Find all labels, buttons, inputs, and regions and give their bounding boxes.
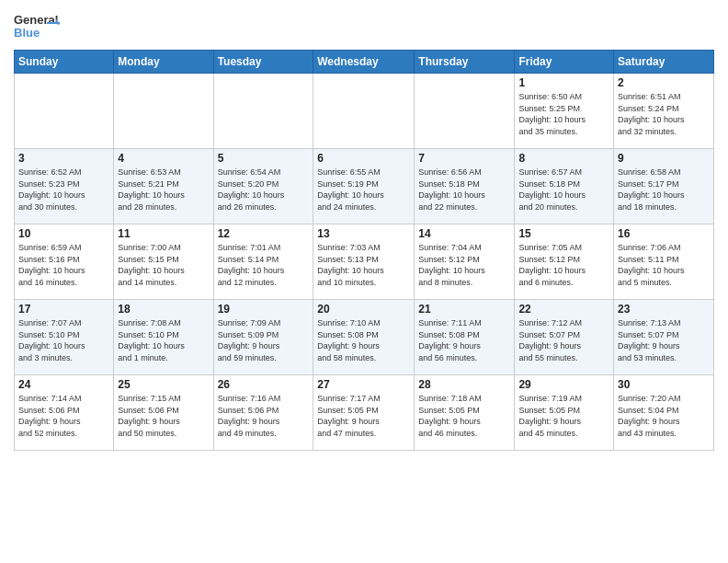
weekday-header-saturday: Saturday bbox=[614, 51, 714, 74]
logo-svg: General Blue bbox=[14, 9, 60, 44]
day-number: 17 bbox=[18, 303, 109, 316]
day-number: 4 bbox=[118, 152, 209, 165]
day-number: 24 bbox=[18, 378, 109, 391]
day-number: 6 bbox=[317, 152, 410, 165]
day-info: Sunrise: 7:19 AM Sunset: 5:05 PM Dayligh… bbox=[518, 393, 609, 439]
day-number: 3 bbox=[18, 152, 109, 165]
calendar-cell: 15Sunrise: 7:05 AM Sunset: 5:12 PM Dayli… bbox=[515, 224, 614, 300]
calendar-cell: 14Sunrise: 7:04 AM Sunset: 5:12 PM Dayli… bbox=[415, 224, 515, 300]
calendar-cell bbox=[114, 74, 213, 149]
week-row-3: 10Sunrise: 6:59 AM Sunset: 5:16 PM Dayli… bbox=[15, 224, 714, 300]
calendar-header-row: SundayMondayTuesdayWednesdayThursdayFrid… bbox=[15, 51, 714, 74]
day-info: Sunrise: 6:57 AM Sunset: 5:18 PM Dayligh… bbox=[518, 167, 609, 213]
day-info: Sunrise: 6:50 AM Sunset: 5:25 PM Dayligh… bbox=[518, 91, 609, 137]
calendar-cell: 24Sunrise: 7:14 AM Sunset: 5:06 PM Dayli… bbox=[15, 375, 114, 451]
day-info: Sunrise: 7:08 AM Sunset: 5:10 PM Dayligh… bbox=[118, 317, 209, 363]
day-info: Sunrise: 7:15 AM Sunset: 5:06 PM Dayligh… bbox=[118, 393, 209, 439]
header: General Blue bbox=[14, 9, 714, 44]
day-info: Sunrise: 6:52 AM Sunset: 5:23 PM Dayligh… bbox=[18, 167, 109, 213]
calendar-cell: 1Sunrise: 6:50 AM Sunset: 5:25 PM Daylig… bbox=[515, 74, 614, 149]
day-number: 26 bbox=[218, 378, 310, 391]
day-info: Sunrise: 7:17 AM Sunset: 5:05 PM Dayligh… bbox=[317, 393, 410, 439]
day-info: Sunrise: 7:04 AM Sunset: 5:12 PM Dayligh… bbox=[418, 242, 510, 288]
day-info: Sunrise: 7:11 AM Sunset: 5:08 PM Dayligh… bbox=[418, 317, 510, 363]
weekday-header-tuesday: Tuesday bbox=[213, 51, 313, 74]
weekday-header-wednesday: Wednesday bbox=[313, 51, 415, 74]
day-number: 7 bbox=[418, 152, 510, 165]
day-number: 12 bbox=[218, 227, 310, 240]
day-info: Sunrise: 7:01 AM Sunset: 5:14 PM Dayligh… bbox=[218, 242, 310, 288]
day-info: Sunrise: 6:51 AM Sunset: 5:24 PM Dayligh… bbox=[618, 91, 710, 137]
day-number: 13 bbox=[317, 227, 410, 240]
calendar-cell: 28Sunrise: 7:18 AM Sunset: 5:05 PM Dayli… bbox=[415, 375, 515, 451]
calendar-cell: 10Sunrise: 6:59 AM Sunset: 5:16 PM Dayli… bbox=[15, 224, 114, 300]
day-number: 11 bbox=[118, 227, 209, 240]
weekday-header-friday: Friday bbox=[515, 51, 614, 74]
calendar-cell: 4Sunrise: 6:53 AM Sunset: 5:21 PM Daylig… bbox=[114, 149, 213, 224]
calendar-cell: 11Sunrise: 7:00 AM Sunset: 5:15 PM Dayli… bbox=[114, 224, 213, 300]
calendar-cell: 17Sunrise: 7:07 AM Sunset: 5:10 PM Dayli… bbox=[15, 300, 114, 375]
day-number: 15 bbox=[518, 227, 609, 240]
calendar-cell: 8Sunrise: 6:57 AM Sunset: 5:18 PM Daylig… bbox=[515, 149, 614, 224]
day-info: Sunrise: 7:07 AM Sunset: 5:10 PM Dayligh… bbox=[18, 317, 109, 363]
calendar-cell: 21Sunrise: 7:11 AM Sunset: 5:08 PM Dayli… bbox=[415, 300, 515, 375]
day-info: Sunrise: 6:56 AM Sunset: 5:18 PM Dayligh… bbox=[418, 167, 510, 213]
day-info: Sunrise: 7:18 AM Sunset: 5:05 PM Dayligh… bbox=[418, 393, 510, 439]
calendar-cell bbox=[313, 74, 415, 149]
day-number: 1 bbox=[518, 76, 609, 89]
calendar-cell: 3Sunrise: 6:52 AM Sunset: 5:23 PM Daylig… bbox=[15, 149, 114, 224]
day-number: 19 bbox=[218, 303, 310, 316]
weekday-header-monday: Monday bbox=[114, 51, 213, 74]
day-info: Sunrise: 6:58 AM Sunset: 5:17 PM Dayligh… bbox=[618, 167, 710, 213]
calendar-cell: 16Sunrise: 7:06 AM Sunset: 5:11 PM Dayli… bbox=[614, 224, 714, 300]
day-number: 23 bbox=[618, 303, 710, 316]
day-info: Sunrise: 7:16 AM Sunset: 5:06 PM Dayligh… bbox=[218, 393, 310, 439]
calendar-cell bbox=[15, 74, 114, 149]
day-info: Sunrise: 6:59 AM Sunset: 5:16 PM Dayligh… bbox=[18, 242, 109, 288]
calendar-cell: 9Sunrise: 6:58 AM Sunset: 5:17 PM Daylig… bbox=[614, 149, 714, 224]
calendar-cell: 22Sunrise: 7:12 AM Sunset: 5:07 PM Dayli… bbox=[515, 300, 614, 375]
day-number: 5 bbox=[218, 152, 310, 165]
day-info: Sunrise: 7:00 AM Sunset: 5:15 PM Dayligh… bbox=[118, 242, 209, 288]
day-number: 16 bbox=[618, 227, 710, 240]
day-number: 10 bbox=[18, 227, 109, 240]
day-info: Sunrise: 7:03 AM Sunset: 5:13 PM Dayligh… bbox=[317, 242, 410, 288]
day-info: Sunrise: 6:54 AM Sunset: 5:20 PM Dayligh… bbox=[218, 167, 310, 213]
svg-text:Blue: Blue bbox=[14, 26, 40, 40]
day-number: 9 bbox=[618, 152, 710, 165]
calendar-cell bbox=[415, 74, 515, 149]
weekday-header-thursday: Thursday bbox=[415, 51, 515, 74]
day-info: Sunrise: 7:06 AM Sunset: 5:11 PM Dayligh… bbox=[618, 242, 710, 288]
day-info: Sunrise: 7:10 AM Sunset: 5:08 PM Dayligh… bbox=[317, 317, 410, 363]
day-info: Sunrise: 7:20 AM Sunset: 5:04 PM Dayligh… bbox=[618, 393, 710, 439]
calendar-cell: 12Sunrise: 7:01 AM Sunset: 5:14 PM Dayli… bbox=[213, 224, 313, 300]
day-number: 18 bbox=[118, 303, 209, 316]
day-info: Sunrise: 7:05 AM Sunset: 5:12 PM Dayligh… bbox=[518, 242, 609, 288]
svg-text:General: General bbox=[14, 13, 58, 27]
week-row-1: 1Sunrise: 6:50 AM Sunset: 5:25 PM Daylig… bbox=[15, 74, 714, 149]
calendar-cell: 13Sunrise: 7:03 AM Sunset: 5:13 PM Dayli… bbox=[313, 224, 415, 300]
calendar-cell: 7Sunrise: 6:56 AM Sunset: 5:18 PM Daylig… bbox=[415, 149, 515, 224]
day-number: 20 bbox=[317, 303, 410, 316]
calendar-table: SundayMondayTuesdayWednesdayThursdayFrid… bbox=[14, 50, 714, 451]
calendar-cell: 5Sunrise: 6:54 AM Sunset: 5:20 PM Daylig… bbox=[213, 149, 313, 224]
day-info: Sunrise: 7:14 AM Sunset: 5:06 PM Dayligh… bbox=[18, 393, 109, 439]
day-number: 28 bbox=[418, 378, 510, 391]
calendar-cell: 26Sunrise: 7:16 AM Sunset: 5:06 PM Dayli… bbox=[213, 375, 313, 451]
day-info: Sunrise: 7:13 AM Sunset: 5:07 PM Dayligh… bbox=[618, 317, 710, 363]
calendar-cell: 2Sunrise: 6:51 AM Sunset: 5:24 PM Daylig… bbox=[614, 74, 714, 149]
day-number: 22 bbox=[518, 303, 609, 316]
day-number: 27 bbox=[317, 378, 410, 391]
day-info: Sunrise: 7:09 AM Sunset: 5:09 PM Dayligh… bbox=[218, 317, 310, 363]
calendar-cell: 27Sunrise: 7:17 AM Sunset: 5:05 PM Dayli… bbox=[313, 375, 415, 451]
day-info: Sunrise: 6:55 AM Sunset: 5:19 PM Dayligh… bbox=[317, 167, 410, 213]
calendar-cell: 20Sunrise: 7:10 AM Sunset: 5:08 PM Dayli… bbox=[313, 300, 415, 375]
day-number: 21 bbox=[418, 303, 510, 316]
day-number: 25 bbox=[118, 378, 209, 391]
day-number: 14 bbox=[418, 227, 510, 240]
calendar-cell: 30Sunrise: 7:20 AM Sunset: 5:04 PM Dayli… bbox=[614, 375, 714, 451]
calendar-cell: 25Sunrise: 7:15 AM Sunset: 5:06 PM Dayli… bbox=[114, 375, 213, 451]
calendar-cell bbox=[213, 74, 313, 149]
weekday-header-sunday: Sunday bbox=[15, 51, 114, 74]
calendar-cell: 29Sunrise: 7:19 AM Sunset: 5:05 PM Dayli… bbox=[515, 375, 614, 451]
